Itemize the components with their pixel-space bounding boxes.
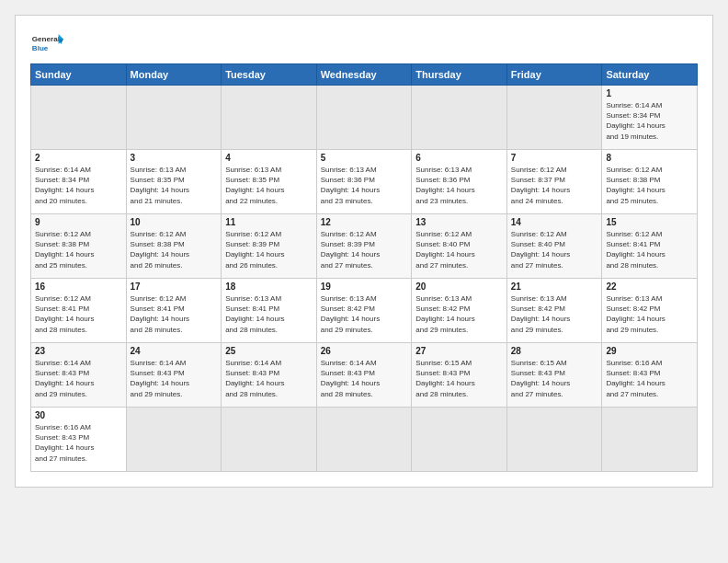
calendar-cell <box>316 408 412 472</box>
calendar-cell <box>126 408 222 472</box>
day-info: Sunrise: 6:15 AM Sunset: 8:43 PM Dayligh… <box>415 358 503 399</box>
calendar-cell <box>412 408 507 472</box>
calendar-page: General Blue SundayMondayTuesdayWednesda… <box>15 15 713 488</box>
calendar-cell <box>316 86 412 150</box>
day-info: Sunrise: 6:12 AM Sunset: 8:39 PM Dayligh… <box>225 229 313 270</box>
day-info: Sunrise: 6:14 AM Sunset: 8:43 PM Dayligh… <box>225 358 313 399</box>
day-info: Sunrise: 6:13 AM Sunset: 8:42 PM Dayligh… <box>415 293 503 335</box>
calendar-week-row: 2Sunrise: 6:14 AM Sunset: 8:34 PM Daylig… <box>31 150 698 214</box>
day-info: Sunrise: 6:12 AM Sunset: 8:41 PM Dayligh… <box>606 229 693 270</box>
calendar-cell: 8Sunrise: 6:12 AM Sunset: 8:38 PM Daylig… <box>602 150 698 214</box>
calendar-cell: 13Sunrise: 6:12 AM Sunset: 8:40 PM Dayli… <box>412 214 507 279</box>
calendar-cell <box>506 86 602 150</box>
day-number: 16 <box>35 282 122 292</box>
weekday-header-wednesday: Wednesday <box>316 64 412 86</box>
day-number: 15 <box>606 217 693 227</box>
calendar-cell: 19Sunrise: 6:13 AM Sunset: 8:42 PM Dayli… <box>316 279 412 343</box>
day-number: 29 <box>606 346 693 356</box>
calendar-cell <box>222 408 317 472</box>
weekday-header-sunday: Sunday <box>31 64 127 86</box>
day-number: 1 <box>606 88 693 98</box>
calendar-cell <box>412 86 507 150</box>
day-info: Sunrise: 6:14 AM Sunset: 8:34 PM Dayligh… <box>35 165 122 206</box>
calendar-cell: 24Sunrise: 6:14 AM Sunset: 8:43 PM Dayli… <box>126 343 222 408</box>
calendar-cell: 11Sunrise: 6:12 AM Sunset: 8:39 PM Dayli… <box>222 214 317 279</box>
day-info: Sunrise: 6:16 AM Sunset: 8:43 PM Dayligh… <box>606 358 693 399</box>
calendar-week-row: 23Sunrise: 6:14 AM Sunset: 8:43 PM Dayli… <box>31 343 698 408</box>
header: General Blue <box>30 30 698 56</box>
svg-text:General: General <box>32 35 60 43</box>
generalblue-logo-icon: General Blue <box>30 30 63 56</box>
day-info: Sunrise: 6:13 AM Sunset: 8:42 PM Dayligh… <box>511 293 598 335</box>
day-number: 11 <box>225 217 313 227</box>
day-info: Sunrise: 6:12 AM Sunset: 8:38 PM Dayligh… <box>606 165 693 206</box>
day-info: Sunrise: 6:12 AM Sunset: 8:37 PM Dayligh… <box>511 165 598 206</box>
calendar-week-row: 1Sunrise: 6:14 AM Sunset: 8:34 PM Daylig… <box>31 86 698 150</box>
day-number: 2 <box>35 153 122 163</box>
calendar-cell: 2Sunrise: 6:14 AM Sunset: 8:34 PM Daylig… <box>31 150 127 214</box>
day-number: 12 <box>321 217 408 227</box>
day-number: 3 <box>131 153 218 163</box>
calendar-cell: 27Sunrise: 6:15 AM Sunset: 8:43 PM Dayli… <box>412 343 507 408</box>
day-number: 28 <box>511 346 598 356</box>
calendar-cell: 29Sunrise: 6:16 AM Sunset: 8:43 PM Dayli… <box>602 343 698 408</box>
calendar-cell: 20Sunrise: 6:13 AM Sunset: 8:42 PM Dayli… <box>412 279 507 343</box>
day-number: 26 <box>321 346 408 356</box>
calendar-cell: 4Sunrise: 6:13 AM Sunset: 8:35 PM Daylig… <box>222 150 317 214</box>
day-info: Sunrise: 6:12 AM Sunset: 8:39 PM Dayligh… <box>321 229 408 270</box>
calendar-cell: 7Sunrise: 6:12 AM Sunset: 8:37 PM Daylig… <box>506 150 602 214</box>
day-info: Sunrise: 6:14 AM Sunset: 8:43 PM Dayligh… <box>321 358 408 399</box>
calendar-cell: 30Sunrise: 6:16 AM Sunset: 8:43 PM Dayli… <box>31 408 127 472</box>
calendar-week-row: 16Sunrise: 6:12 AM Sunset: 8:41 PM Dayli… <box>31 279 698 343</box>
day-info: Sunrise: 6:12 AM Sunset: 8:41 PM Dayligh… <box>131 293 218 335</box>
calendar-cell: 9Sunrise: 6:12 AM Sunset: 8:38 PM Daylig… <box>31 214 127 279</box>
calendar-cell: 15Sunrise: 6:12 AM Sunset: 8:41 PM Dayli… <box>602 214 698 279</box>
day-number: 30 <box>35 410 122 420</box>
calendar-cell: 6Sunrise: 6:13 AM Sunset: 8:36 PM Daylig… <box>412 150 507 214</box>
day-info: Sunrise: 6:13 AM Sunset: 8:36 PM Dayligh… <box>415 165 503 206</box>
calendar-cell: 26Sunrise: 6:14 AM Sunset: 8:43 PM Dayli… <box>316 343 412 408</box>
calendar-cell: 12Sunrise: 6:12 AM Sunset: 8:39 PM Dayli… <box>316 214 412 279</box>
day-number: 10 <box>131 217 218 227</box>
day-info: Sunrise: 6:13 AM Sunset: 8:42 PM Dayligh… <box>606 293 693 335</box>
weekday-header-row: SundayMondayTuesdayWednesdayThursdayFrid… <box>31 64 698 86</box>
calendar-cell: 18Sunrise: 6:13 AM Sunset: 8:41 PM Dayli… <box>222 279 317 343</box>
calendar-cell: 21Sunrise: 6:13 AM Sunset: 8:42 PM Dayli… <box>506 279 602 343</box>
weekday-header-monday: Monday <box>126 64 222 86</box>
day-number: 7 <box>511 153 598 163</box>
day-info: Sunrise: 6:13 AM Sunset: 8:35 PM Dayligh… <box>131 165 218 206</box>
day-info: Sunrise: 6:14 AM Sunset: 8:43 PM Dayligh… <box>35 358 122 399</box>
weekday-header-thursday: Thursday <box>412 64 507 86</box>
day-number: 8 <box>606 153 693 163</box>
weekday-header-saturday: Saturday <box>602 64 698 86</box>
calendar-cell: 28Sunrise: 6:15 AM Sunset: 8:43 PM Dayli… <box>506 343 602 408</box>
calendar-cell: 14Sunrise: 6:12 AM Sunset: 8:40 PM Dayli… <box>506 214 602 279</box>
day-info: Sunrise: 6:13 AM Sunset: 8:35 PM Dayligh… <box>225 165 313 206</box>
calendar-cell <box>126 86 222 150</box>
day-number: 21 <box>511 282 598 292</box>
day-number: 4 <box>225 153 313 163</box>
day-number: 5 <box>321 153 408 163</box>
day-info: Sunrise: 6:13 AM Sunset: 8:41 PM Dayligh… <box>225 293 313 335</box>
day-number: 22 <box>606 282 693 292</box>
day-number: 19 <box>321 282 408 292</box>
day-info: Sunrise: 6:12 AM Sunset: 8:41 PM Dayligh… <box>35 293 122 335</box>
calendar-cell <box>602 408 698 472</box>
day-number: 9 <box>35 217 122 227</box>
day-info: Sunrise: 6:12 AM Sunset: 8:40 PM Dayligh… <box>511 229 598 270</box>
day-info: Sunrise: 6:13 AM Sunset: 8:42 PM Dayligh… <box>321 293 408 335</box>
day-info: Sunrise: 6:13 AM Sunset: 8:36 PM Dayligh… <box>321 165 408 206</box>
day-number: 27 <box>415 346 503 356</box>
day-number: 17 <box>131 282 218 292</box>
day-number: 20 <box>415 282 503 292</box>
calendar-cell <box>506 408 602 472</box>
day-number: 18 <box>225 282 313 292</box>
calendar-cell: 16Sunrise: 6:12 AM Sunset: 8:41 PM Dayli… <box>31 279 127 343</box>
day-number: 25 <box>225 346 313 356</box>
calendar-cell <box>222 86 317 150</box>
calendar-cell: 23Sunrise: 6:14 AM Sunset: 8:43 PM Dayli… <box>31 343 127 408</box>
calendar-cell: 25Sunrise: 6:14 AM Sunset: 8:43 PM Dayli… <box>222 343 317 408</box>
day-info: Sunrise: 6:16 AM Sunset: 8:43 PM Dayligh… <box>35 422 122 464</box>
day-number: 13 <box>415 217 503 227</box>
day-number: 14 <box>511 217 598 227</box>
